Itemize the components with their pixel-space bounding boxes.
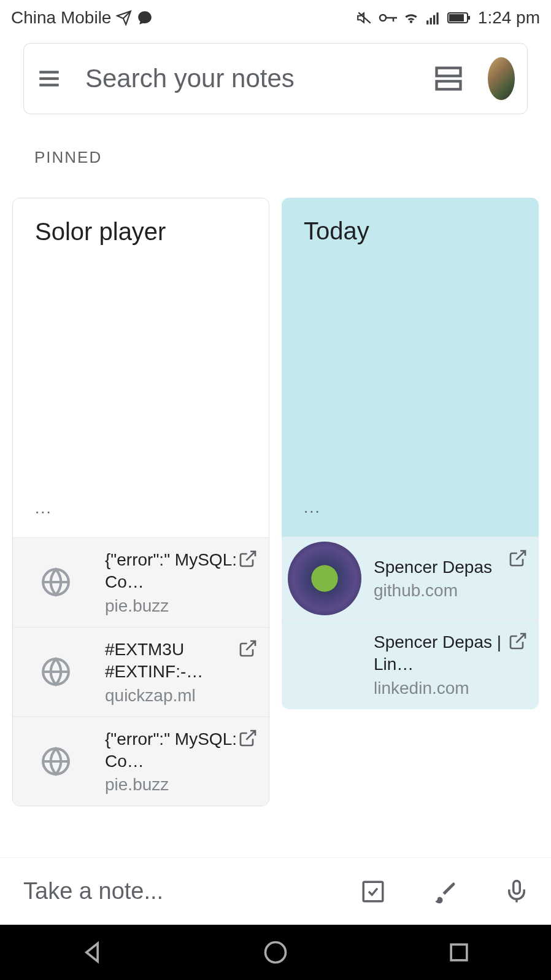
- link-domain: github.com: [374, 581, 508, 601]
- link-thumb: [13, 746, 99, 777]
- back-button[interactable]: [79, 939, 106, 966]
- globe-icon: [40, 746, 71, 777]
- link-domain: linkedin.com: [374, 679, 508, 698]
- search-container: [23, 43, 528, 114]
- note-card[interactable]: Solor player ... {"error":" MySQL: Co… p…: [12, 198, 269, 806]
- link-attachment[interactable]: Spencer Depas github.com: [282, 537, 539, 620]
- section-header-pinned: PINNED: [34, 148, 551, 167]
- clock-label: 1:24 pm: [478, 8, 540, 28]
- wifi-icon: [403, 10, 419, 26]
- status-bar: China Mobile 1:24 pm: [0, 0, 551, 31]
- svg-rect-20: [451, 944, 467, 960]
- chat-icon: [137, 10, 153, 26]
- link-title: Spencer Depas | Lin…: [374, 631, 508, 676]
- link-body: Spencer Depas | Lin… linkedin.com: [368, 620, 508, 709]
- home-button[interactable]: [262, 939, 289, 966]
- menu-icon[interactable]: [36, 66, 62, 91]
- search-input[interactable]: [85, 64, 409, 93]
- battery-icon: [447, 11, 472, 25]
- status-left: China Mobile: [11, 8, 153, 28]
- link-body: {"error":" MySQL: Co… pie.buzz: [99, 538, 238, 627]
- link-domain: quickzap.ml: [105, 686, 238, 706]
- signal-icon: [425, 10, 441, 26]
- link-attachment[interactable]: #EXTM3U #EXTINF:-… quickzap.ml: [13, 627, 269, 717]
- svg-rect-4: [436, 12, 438, 25]
- note-body[interactable]: Today ...: [282, 198, 539, 537]
- open-external-icon[interactable]: [508, 631, 528, 651]
- note-title: Solor player: [35, 218, 247, 246]
- recent-button[interactable]: [445, 939, 472, 966]
- link-domain: pie.buzz: [105, 596, 238, 616]
- take-note-input[interactable]: [23, 878, 314, 904]
- open-external-icon[interactable]: [238, 728, 258, 748]
- svg-point-0: [380, 15, 386, 21]
- checklist-icon[interactable]: [360, 879, 386, 904]
- profile-avatar[interactable]: [488, 57, 515, 100]
- note-card[interactable]: Today ... Spencer Depas github.com: [282, 198, 539, 709]
- link-title: {"error":" MySQL: Co…: [105, 728, 238, 773]
- link-attachment[interactable]: {"error":" MySQL: Co… pie.buzz: [13, 717, 269, 806]
- globe-icon: [40, 567, 71, 597]
- svg-rect-12: [437, 81, 461, 89]
- svg-rect-17: [514, 881, 520, 893]
- svg-rect-7: [468, 16, 470, 20]
- status-right: 1:24 pm: [356, 8, 540, 28]
- link-attachment[interactable]: Spencer Depas | Lin… linkedin.com: [282, 620, 539, 709]
- link-title: #EXTM3U #EXTINF:-…: [105, 639, 238, 683]
- link-thumb: [13, 567, 99, 597]
- link-attachment[interactable]: {"error":" MySQL: Co… pie.buzz: [13, 537, 269, 627]
- svg-rect-6: [449, 14, 464, 21]
- notes-grid: Solor player ... {"error":" MySQL: Co… p…: [12, 198, 539, 806]
- link-avatar-icon: [288, 542, 361, 615]
- note-ellipsis: ...: [35, 499, 247, 518]
- note-ellipsis: ...: [304, 498, 517, 517]
- search-bar[interactable]: [23, 43, 528, 114]
- svg-rect-11: [437, 68, 461, 76]
- open-external-icon[interactable]: [508, 548, 528, 568]
- mic-icon[interactable]: [504, 879, 530, 904]
- note-body[interactable]: Solor player ...: [13, 198, 269, 537]
- brush-icon[interactable]: [432, 879, 458, 904]
- link-body: #EXTM3U #EXTINF:-… quickzap.ml: [99, 628, 238, 717]
- svg-rect-2: [430, 18, 431, 25]
- link-body: Spencer Depas github.com: [368, 545, 508, 612]
- svg-rect-16: [363, 882, 383, 901]
- link-title: Spencer Depas: [374, 556, 508, 578]
- link-body: {"error":" MySQL: Co… pie.buzz: [99, 717, 238, 806]
- bottom-bar: [0, 857, 551, 925]
- svg-point-19: [265, 943, 285, 963]
- svg-rect-3: [433, 15, 435, 25]
- view-toggle-icon[interactable]: [433, 63, 464, 95]
- navigation-bar: [0, 925, 551, 980]
- open-external-icon[interactable]: [238, 639, 258, 658]
- send-icon: [116, 10, 132, 26]
- link-thumb: [13, 656, 99, 687]
- note-title: Today: [304, 217, 517, 245]
- carrier-label: China Mobile: [11, 8, 111, 28]
- svg-rect-1: [426, 20, 428, 25]
- note-column: Today ... Spencer Depas github.com: [282, 198, 539, 806]
- link-domain: pie.buzz: [105, 775, 238, 795]
- mute-icon: [356, 10, 372, 26]
- vpn-key-icon: [379, 12, 397, 24]
- link-title: {"error":" MySQL: Co…: [105, 549, 238, 594]
- open-external-icon[interactable]: [238, 549, 258, 569]
- globe-icon: [40, 656, 71, 687]
- link-thumb: [282, 542, 368, 615]
- note-column: Solor player ... {"error":" MySQL: Co… p…: [12, 198, 269, 806]
